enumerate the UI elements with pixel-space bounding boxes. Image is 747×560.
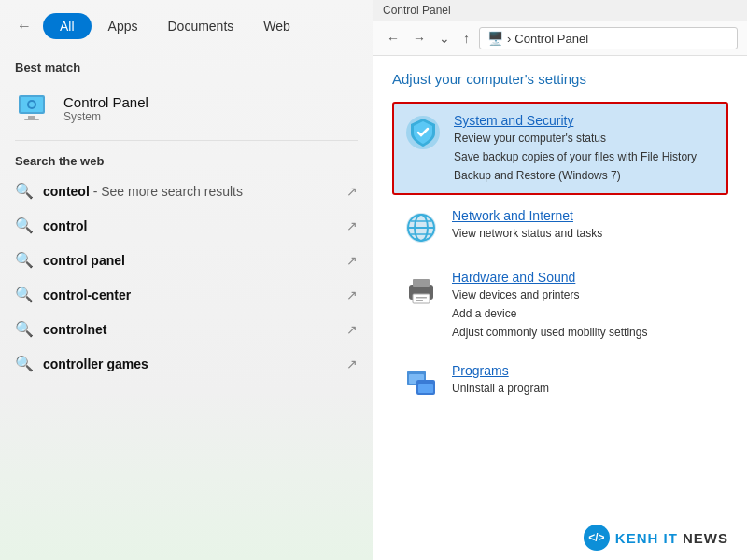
svg-rect-3 (24, 119, 39, 120)
address-path-bar[interactable]: 🖥️ › Control Panel (479, 27, 738, 49)
cp-item-icon (402, 363, 441, 402)
search-icon: 🔍 (15, 251, 34, 269)
cp-item-network-and-internet[interactable]: Network and Internet View network status… (392, 199, 728, 257)
address-path-separator: › (507, 32, 511, 46)
search-icon: 🔍 (15, 217, 34, 234)
window-titlebar: Control Panel (374, 0, 747, 21)
cp-content-area: Adjust your computer's settings System a… (374, 56, 747, 515)
cp-item-title[interactable]: Network and Internet (452, 208, 602, 223)
cp-item-info: System and Security Review your computer… (454, 113, 697, 184)
suggestion-arrow-icon: ↗ (346, 184, 358, 199)
suggestion-arrow-icon: ↗ (346, 253, 358, 268)
suggestion-text: control-center (43, 287, 337, 302)
best-match-item-control-panel[interactable]: Control Panel System (0, 80, 373, 136)
tab-web[interactable]: Web (250, 13, 303, 39)
suggestion-arrow-icon: ↗ (346, 357, 358, 371)
suggestion-text: control panel (43, 253, 337, 268)
cp-item-icon (403, 113, 443, 152)
cp-page-title: Adjust your computer's settings (392, 71, 728, 87)
svg-point-5 (29, 102, 35, 107)
suggestion-arrow-icon: ↗ (346, 287, 358, 302)
cp-item-icon (402, 270, 441, 309)
cp-item-info: Hardware and Sound View devices and prin… (452, 270, 647, 341)
suggestion-text: controlnet (43, 322, 337, 337)
control-panel-window: Control Panel ← → ⌄ ↑ 🖥️ › Control Panel… (374, 0, 747, 560)
search-icon: 🔍 (15, 182, 34, 200)
best-match-title: Control Panel (63, 94, 148, 110)
cp-item-title[interactable]: Programs (452, 363, 549, 378)
cp-items-list: System and Security Review your computer… (392, 102, 728, 412)
cp-item-icon (402, 208, 441, 247)
svg-rect-15 (413, 294, 430, 303)
svg-rect-2 (28, 116, 35, 119)
watermark-logo: </> KENH IT NEWS (584, 525, 728, 551)
suggestion-item[interactable]: 🔍 control-center ↗ (0, 277, 373, 312)
search-icon: 🔍 (15, 320, 34, 338)
suggestion-item[interactable]: 🔍 conteol - See more search results ↗ (0, 174, 373, 208)
nav-up-button[interactable]: ↑ (459, 29, 473, 48)
cp-item-title[interactable]: System and Security (454, 113, 697, 128)
suggestion-item[interactable]: 🔍 controlnet ↗ (0, 312, 373, 346)
watermark-logo-icon: </> (584, 525, 610, 551)
svg-rect-21 (418, 384, 433, 393)
nav-down-button[interactable]: ⌄ (435, 29, 454, 48)
address-path-text: Control Panel (514, 32, 588, 46)
suggestion-item[interactable]: 🔍 controller games ↗ (0, 346, 373, 381)
cp-item-info: Network and Internet View network status… (452, 208, 602, 242)
cp-item-info: Programs Uninstall a program (452, 363, 549, 397)
control-panel-icon (15, 90, 52, 127)
tab-documents[interactable]: Documents (154, 13, 247, 39)
suggestion-arrow-icon: ↗ (346, 322, 358, 337)
suggestion-text: control (43, 218, 337, 233)
divider (15, 140, 358, 141)
suggestion-arrow-icon: ↗ (346, 218, 358, 233)
svg-rect-16 (416, 297, 427, 299)
suggestion-item[interactable]: 🔍 control ↗ (0, 208, 373, 243)
search-panel: ← All Apps Documents Web Best match Cont… (0, 0, 374, 560)
suggestion-text: controller games (43, 357, 337, 371)
web-section-label: Search the web (0, 145, 373, 174)
search-icon: 🔍 (15, 355, 34, 372)
address-bar: ← → ⌄ ↑ 🖥️ › Control Panel (374, 21, 747, 56)
tab-all[interactable]: All (43, 13, 92, 39)
nav-back-button[interactable]: ← (383, 29, 403, 48)
suggestions-list: 🔍 conteol - See more search results ↗ 🔍 … (0, 174, 373, 381)
watermark-text: KENH IT NEWS (615, 530, 728, 546)
watermark-bar: </> KENH IT NEWS (374, 515, 747, 560)
watermark-text-blue: KENH IT (615, 530, 683, 546)
search-icon: 🔍 (15, 286, 34, 303)
best-match-label: Best match (0, 49, 373, 80)
address-path-icon: 🖥️ (487, 31, 503, 46)
nav-forward-button[interactable]: → (409, 29, 430, 48)
tab-apps[interactable]: Apps (95, 13, 151, 39)
suggestion-item[interactable]: 🔍 control panel ↗ (0, 243, 373, 277)
svg-rect-14 (413, 279, 430, 287)
cp-item-system-and-security[interactable]: System and Security Review your computer… (392, 102, 728, 195)
cp-item-title[interactable]: Hardware and Sound (452, 270, 647, 285)
cp-item-hardware-and-sound[interactable]: Hardware and Sound View devices and prin… (392, 260, 728, 350)
svg-rect-17 (416, 300, 423, 301)
suggestion-text: conteol - See more search results (43, 184, 337, 199)
cp-item-programs[interactable]: Programs Uninstall a program (392, 354, 728, 412)
best-match-subtitle: System (63, 110, 148, 123)
best-match-text: Control Panel System (63, 94, 148, 123)
search-tabs-bar: ← All Apps Documents Web (0, 0, 373, 49)
back-button[interactable]: ← (9, 11, 39, 41)
